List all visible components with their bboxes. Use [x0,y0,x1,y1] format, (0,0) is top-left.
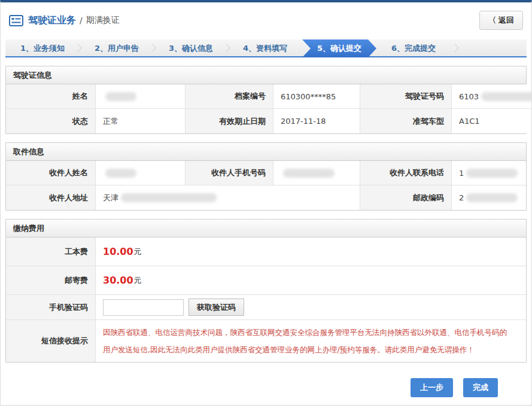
fees-section: 缴纳费用 工本费 10.00 元 邮寄费 30.00 元 手机验证码 获取验证码… [5,219,527,363]
step-separator-icon [451,44,459,52]
redacted-blur [481,92,532,101]
label-name: 姓名 [6,84,96,109]
redacted-blur [121,193,217,202]
value-recipient-mobile [273,161,360,185]
label-valid-until: 有效期止日期 [186,109,273,133]
footer-actions: 上一步 完成 [1,378,531,397]
label-status: 状态 [6,109,96,133]
wizard-steps: 1、业务须知 2、用户申告 3、确认信息 4、资料填写 5、确认提交 6、完成提… [5,39,527,57]
breadcrumb-divider: / [80,16,83,25]
license-form-icon [9,15,23,26]
sms-code-row: 获取验证码 [96,295,526,320]
label-post-fee: 邮寄费 [6,266,96,295]
post-fee-unit: 元 [134,275,142,286]
label-recipient-phone: 收件人联系电话 [360,161,452,185]
value-work-fee: 10.00 元 [96,238,526,266]
label-vehicle-class: 准驾车型 [360,109,452,133]
value-vehicle-class: A1C1 [452,109,532,133]
step-6-complete-submit[interactable]: 6、完成提交 [376,39,451,57]
step-1-business-notes[interactable]: 1、业务须知 [5,39,80,57]
section-title-fees: 缴纳费用 [6,220,526,238]
redacted-blur [466,193,518,202]
value-recipient-address: 天津 [96,185,360,210]
back-button[interactable]: 〈 返回 [479,11,523,30]
pickup-info-section: 取件信息 收件人姓名 收件人手机号码 收件人联系电话 1 收件人地址 天津 邮政… [5,142,527,211]
label-file-no: 档案编号 [186,84,273,109]
sms-notice-text: 因陕西省联通、电信运营商技术问题，陕西省互联网交通安全综合服务管理平台无法向持陕… [96,320,526,362]
post-fee-amount: 30.00 [103,275,133,286]
redacted-blur [466,169,518,178]
redacted-blur [105,92,136,101]
chevron-left-icon: 〈 [488,15,496,26]
breadcrumb-current: 期满换证 [86,15,120,26]
redacted-blur [283,169,335,178]
page-header: 驾驶证业务 / 期满换证 〈 返回 [1,2,531,37]
get-sms-code-button[interactable]: 获取验证码 [189,299,244,316]
redacted-blur [105,169,136,178]
value-license-no: 6103 [452,84,532,109]
value-post-fee: 30.00 元 [96,266,526,295]
page-container: 驾驶证业务 / 期满换证 〈 返回 1、业务须知 2、用户申告 3、确认信息 4… [0,0,532,406]
value-status: 正常 [96,109,186,133]
previous-step-button[interactable]: 上一步 [411,378,453,397]
value-valid-until: 2017-11-18 [273,109,360,133]
label-sms-notice: 短信接收提示 [6,320,96,362]
finish-button[interactable]: 完成 [463,378,498,397]
value-recipient-phone: 1 [452,161,526,185]
label-sms-code: 手机验证码 [6,295,96,320]
label-recipient-name: 收件人姓名 [6,161,96,185]
step-4-fill-data[interactable]: 4、资料填写 [228,39,302,57]
step-2-user-declaration[interactable]: 2、用户申告 [80,39,154,57]
work-fee-unit: 元 [134,246,142,257]
step-5-confirm-submit-active[interactable]: 5、确认提交 [302,39,376,57]
sms-notice-row: 因陕西省联通、电信运营商技术问题，陕西省互联网交通安全综合服务管理平台无法向持陕… [96,320,526,362]
label-work-fee: 工本费 [6,238,96,266]
back-button-label: 返回 [498,15,514,26]
label-license-no: 驾驶证号码 [360,84,452,109]
label-recipient-mobile: 收件人手机号码 [186,161,273,185]
label-recipient-address: 收件人地址 [6,185,96,210]
section-title-license: 驾驶证信息 [6,66,526,84]
value-postal-code: 2 [452,185,526,210]
page-title: 驾驶证业务 [28,14,76,27]
value-file-no: 610300****85 [273,84,360,109]
license-info-section: 驾驶证信息 姓名 档案编号 610300****85 驾驶证号码 6103 状态… [5,66,527,134]
sms-code-input[interactable] [103,299,184,316]
value-recipient-name [96,161,186,185]
section-title-pickup: 取件信息 [6,143,526,161]
label-postal-code: 邮政编码 [360,185,452,210]
step-3-confirm-info[interactable]: 3、确认信息 [154,39,228,57]
value-name [96,84,186,109]
work-fee-amount: 10.00 [103,246,133,257]
